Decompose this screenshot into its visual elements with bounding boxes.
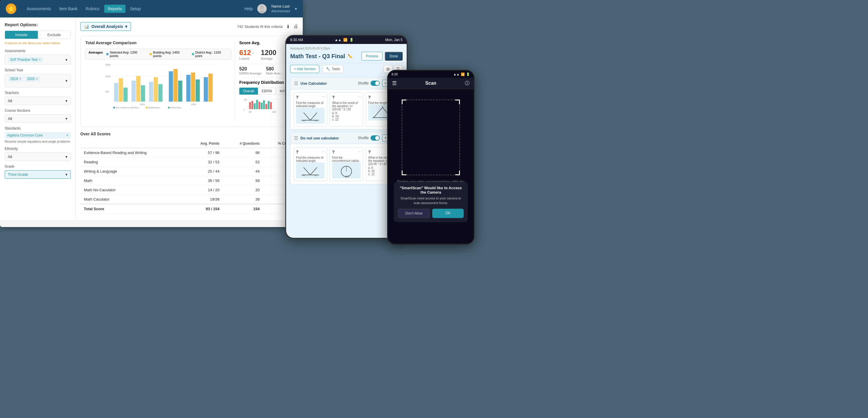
svg-text:A: A: [382, 106, 383, 108]
user-menu-chevron[interactable]: ▾: [295, 6, 297, 11]
drag-handle-2-icon: ☰: [294, 136, 298, 141]
table-row: Reading 32 / 52 52 62%: [80, 157, 298, 167]
phone-info-icon[interactable]: ⓘ: [465, 80, 469, 86]
ethnicity-chevron[interactable]: ▾: [65, 155, 67, 159]
nav-item-bank[interactable]: Item Bank: [56, 5, 81, 13]
edit-title-icon[interactable]: ✏️: [347, 54, 352, 59]
section-1-header: ☰ Use Calculator Shuffle + 🗑: [290, 78, 402, 89]
corner-tl: [402, 99, 406, 104]
svg-text:1000: 1000: [105, 75, 111, 78]
assessment-tag-remove[interactable]: ×: [39, 58, 41, 62]
svg-rect-42: [258, 101, 260, 109]
freq-tab-ebrw[interactable]: EBRW: [258, 88, 276, 95]
grade-chevron[interactable]: ▾: [65, 172, 67, 177]
svg-text:100: 100: [244, 99, 247, 101]
report-title-chevron[interactable]: ▾: [125, 24, 127, 29]
table-total-row: Total Score 93 / 154 154 60%: [80, 204, 298, 214]
table-row: Math Caculator 19/38 38 50%: [80, 195, 298, 204]
phone-menu-icon[interactable]: ☰: [392, 80, 397, 86]
report-title-button[interactable]: 📊 Overall Analysis ▾: [80, 22, 131, 31]
svg-point-30: [146, 107, 148, 109]
freq-tab-overall[interactable]: Overall: [239, 88, 258, 95]
col-avg-points: Avg. Points: [184, 139, 223, 148]
angle-svg-1: 45 45: [300, 109, 320, 122]
assessments-dropdown[interactable]: SAT Practice Test × ▾: [5, 55, 71, 65]
year-chevron[interactable]: ▾: [65, 79, 67, 83]
school-year-dropdown[interactable]: 2019 × 2020 × ▾: [5, 74, 71, 87]
main-nav: Assessments Item Bank Rubrics Reports Se…: [23, 5, 144, 13]
standard-remove[interactable]: ×: [66, 133, 68, 138]
question-more-icon[interactable]: ···: [358, 150, 361, 153]
section-2-shuffle: Shuffle: [358, 136, 380, 141]
dialog-title: "SmartScan" Would like to Access the Cam…: [398, 186, 464, 195]
nav-rubrics[interactable]: Rubrics: [82, 5, 103, 13]
svg-rect-22: [191, 72, 195, 101]
chart-icon: 📊: [84, 24, 89, 29]
svg-text:0: 0: [244, 109, 245, 111]
svg-text:2019: 2019: [140, 103, 145, 106]
preview-button[interactable]: Preview: [362, 52, 383, 61]
camera-permission-dialog: "SmartScan" Would like to Access the Cam…: [394, 182, 468, 222]
question-card-5: ? ··· Find the circumference radius 123: [330, 147, 363, 181]
done-button[interactable]: Done: [385, 52, 403, 61]
svg-rect-43: [261, 103, 262, 109]
svg-rect-39: [251, 101, 253, 109]
svg-text:400: 400: [249, 111, 252, 113]
grade-dropdown[interactable]: Third Grade ▾: [5, 170, 71, 179]
ethnicity-dropdown[interactable]: All ▾: [5, 152, 71, 161]
legend-selected: Selected Avg: 1200 points: [106, 51, 146, 58]
svg-text:45: 45: [303, 174, 305, 177]
svg-rect-23: [196, 80, 200, 101]
svg-text:400: 400: [105, 90, 110, 93]
svg-point-28: [113, 107, 115, 109]
download-icon[interactable]: ⬇: [286, 24, 290, 29]
label-ethnicity: Ethnicity: [5, 147, 71, 151]
help-link[interactable]: Help: [244, 6, 253, 11]
sidebar: Report Options: Include Exclude It repor…: [0, 18, 76, 220]
question-card-1: ? ··· Find the measures of indicated ang…: [293, 92, 327, 126]
dont-allow-button[interactable]: Don't Allow: [398, 209, 430, 218]
phone-statusbar: 8:30 ▲▲ 📶 🔋: [388, 71, 473, 78]
scan-frame: [402, 99, 460, 175]
print-icon[interactable]: 🖨: [293, 24, 298, 29]
question-more-icon[interactable]: ···: [322, 150, 324, 153]
course-sections-dropdown[interactable]: All ▾: [5, 114, 71, 123]
score-math: 580 Math Aver...: [266, 66, 283, 75]
exclude-button[interactable]: Exclude: [38, 31, 71, 39]
label-assessments: Assessments: [5, 49, 71, 53]
teachers-chevron[interactable]: ▾: [65, 99, 67, 103]
label-grade: Grade: [5, 165, 71, 169]
teachers-dropdown[interactable]: All ▾: [5, 97, 71, 105]
chart-legend: Averages Selected Avg: 1200 points Build…: [85, 49, 231, 60]
svg-text:45: 45: [315, 119, 317, 122]
question-more-icon[interactable]: ···: [322, 95, 324, 98]
include-exclude-toggle: Include Exclude: [5, 31, 71, 39]
app-window: ⭐ Assessments Item Bank Rubrics Reports …: [0, 0, 303, 227]
svg-line-55: [374, 108, 382, 118]
course-sections-chevron[interactable]: ▾: [65, 116, 67, 121]
nav-assessments[interactable]: Assessments: [23, 5, 55, 13]
shuffle-toggle[interactable]: [371, 81, 380, 86]
svg-rect-44: [263, 100, 265, 109]
question-more-icon[interactable]: ···: [358, 95, 361, 98]
include-button[interactable]: Include: [5, 31, 38, 39]
report-header-right: 742 Students fit this criteria ⬇ 🖨: [237, 24, 298, 29]
ok-button[interactable]: OK: [432, 209, 464, 218]
dialog-buttons: Don't Allow OK: [398, 209, 464, 218]
nav-reports[interactable]: Reports: [104, 5, 125, 13]
tools-button[interactable]: 🔧 Tools: [322, 65, 343, 73]
assessments-chevron[interactable]: ▾: [65, 58, 67, 62]
svg-rect-15: [149, 82, 153, 101]
sidebar-title: Report Options:: [5, 22, 71, 27]
svg-rect-17: [158, 84, 162, 101]
circle-diagram: 123: [332, 162, 361, 178]
year-2020-remove[interactable]: ×: [36, 77, 38, 81]
label-standards: Standards: [5, 126, 71, 130]
add-section-button[interactable]: + Add Section: [290, 65, 319, 73]
nav-setup[interactable]: Setup: [127, 5, 144, 13]
year-tag-2019: 2019 ×: [8, 76, 24, 82]
shuffle-toggle-2[interactable]: [371, 136, 380, 141]
svg-rect-13: [136, 76, 140, 101]
year-2019-remove[interactable]: ×: [19, 77, 21, 81]
tablet-wifi-icon: 📶: [343, 38, 347, 42]
